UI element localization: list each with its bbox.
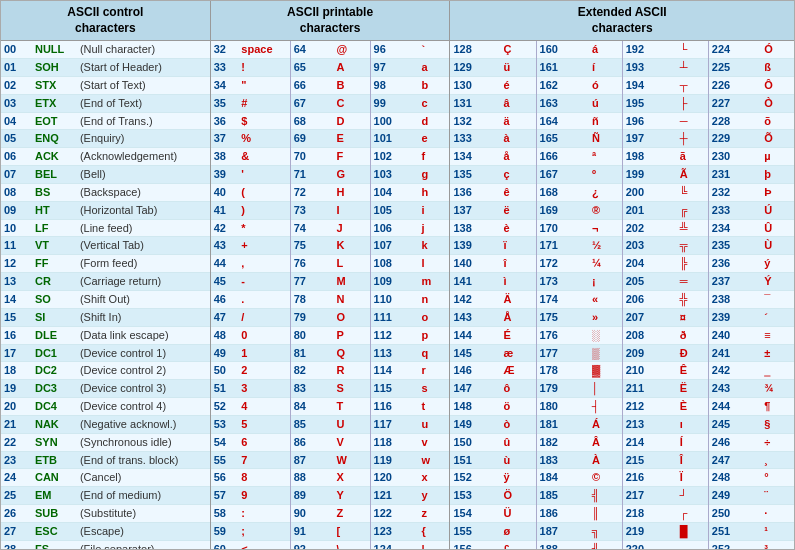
table-row: 141 ì — [450, 273, 535, 291]
char-cell: ì — [501, 273, 536, 291]
char-cell: 9 — [238, 487, 289, 505]
name-cell: EM — [32, 487, 77, 505]
code-cell: 84 — [291, 398, 334, 416]
table-row: 110 n — [371, 291, 450, 309]
code-cell: 109 — [371, 273, 419, 291]
table-row: 153 Ö — [450, 487, 535, 505]
char-cell: Q — [334, 344, 370, 362]
desc-cell: (Device control 1) — [77, 344, 210, 362]
table-row: 97 a — [371, 59, 450, 77]
code-cell: 38 — [211, 148, 239, 166]
table-row: 09 HT (Horizontal Tab) — [1, 201, 210, 219]
code-cell: 14 — [1, 291, 32, 309]
code-cell: 195 — [623, 94, 677, 112]
code-cell: 24 — [1, 469, 32, 487]
char-cell: ñ — [589, 112, 622, 130]
table-row: 73 I — [291, 201, 370, 219]
table-row: 14 SO (Shift Out) — [1, 291, 210, 309]
char-cell: ≡ — [761, 326, 794, 344]
table-row: 205 ═ — [623, 273, 708, 291]
code-cell: 143 — [450, 308, 500, 326]
char-cell: ! — [238, 59, 289, 77]
char-cell: H — [334, 183, 370, 201]
code-cell: 138 — [450, 219, 500, 237]
table-row: 133 à — [450, 130, 535, 148]
char-cell: b — [418, 76, 449, 94]
char-cell: ß — [761, 59, 794, 77]
code-cell: 107 — [371, 237, 419, 255]
table-row: 161 í — [537, 59, 622, 77]
table-row: 234 Û — [709, 219, 794, 237]
table-row: 136 ê — [450, 183, 535, 201]
table-row: 194 ┬ — [623, 76, 708, 94]
table-row: 120 x — [371, 469, 450, 487]
code-cell: 177 — [537, 344, 589, 362]
table-row: 90 Z — [291, 505, 370, 523]
table-row: 225 ß — [709, 59, 794, 77]
code-cell: 176 — [537, 326, 589, 344]
table-row: 18 DC2 (Device control 2) — [1, 362, 210, 380]
char-cell: Å — [501, 308, 536, 326]
char-cell: i — [418, 201, 449, 219]
code-cell: 162 — [537, 76, 589, 94]
code-cell: 238 — [709, 291, 761, 309]
table-row: 213 ı — [623, 415, 708, 433]
char-cell: < — [238, 540, 289, 549]
code-cell: 86 — [291, 433, 334, 451]
char-cell: ð — [677, 326, 708, 344]
char-cell: ® — [589, 201, 622, 219]
code-cell: 46 — [211, 291, 239, 309]
table-row: 192 └ — [623, 41, 708, 58]
code-cell: 92 — [291, 540, 334, 549]
code-cell: 20 — [1, 398, 32, 416]
name-cell: SUB — [32, 505, 77, 523]
table-row: 134 å — [450, 148, 535, 166]
table-row: 171 ½ — [537, 237, 622, 255]
char-cell: ¤ — [677, 308, 708, 326]
extended-section: Extended ASCIIcharacters 128 Ç 129 ü 130… — [450, 1, 794, 549]
table-row: 162 ó — [537, 76, 622, 94]
code-cell: 23 — [1, 451, 32, 469]
table-row: 28 FS (File separator) — [1, 540, 210, 549]
name-cell: SOH — [32, 59, 77, 77]
code-cell: 102 — [371, 148, 419, 166]
char-cell: ░ — [589, 326, 622, 344]
char-cell: ü — [501, 59, 536, 77]
char-cell: Â — [589, 433, 622, 451]
table-row: 220 ▄ — [623, 540, 708, 549]
code-cell: 52 — [211, 398, 239, 416]
char-cell: Ü — [501, 505, 536, 523]
code-cell: 81 — [291, 344, 334, 362]
table-row: 200 ╚ — [623, 183, 708, 201]
name-cell: NULL — [32, 41, 77, 58]
code-cell: 03 — [1, 94, 32, 112]
table-row: 83 S — [291, 380, 370, 398]
control-header: ASCII controlcharacters — [1, 1, 210, 41]
table-row: 144 É — [450, 326, 535, 344]
char-cell: N — [334, 291, 370, 309]
desc-cell: (Device control 3) — [77, 380, 210, 398]
code-cell: 156 — [450, 540, 500, 549]
code-cell: 218 — [623, 505, 677, 523]
code-cell: 83 — [291, 380, 334, 398]
desc-cell: (Start of Header) — [77, 59, 210, 77]
code-cell: 203 — [623, 237, 677, 255]
char-cell: Þ — [761, 183, 794, 201]
char-cell: ╣ — [589, 487, 622, 505]
table-row: 209 Ð — [623, 344, 708, 362]
char-cell: Ó — [761, 41, 794, 58]
name-cell: CAN — [32, 469, 77, 487]
code-cell: 225 — [709, 59, 761, 77]
printable-section: ASCII printablecharacters 32 space 33 ! … — [211, 1, 451, 549]
table-row: 243 ¾ — [709, 380, 794, 398]
table-row: 135 ç — [450, 166, 535, 184]
code-cell: 37 — [211, 130, 239, 148]
char-cell: S — [334, 380, 370, 398]
char-cell: B — [334, 76, 370, 94]
char-cell: @ — [334, 41, 370, 58]
char-cell: * — [238, 219, 289, 237]
char-cell: ù — [501, 451, 536, 469]
char-cell: ╚ — [677, 183, 708, 201]
code-cell: 205 — [623, 273, 677, 291]
code-cell: 09 — [1, 201, 32, 219]
